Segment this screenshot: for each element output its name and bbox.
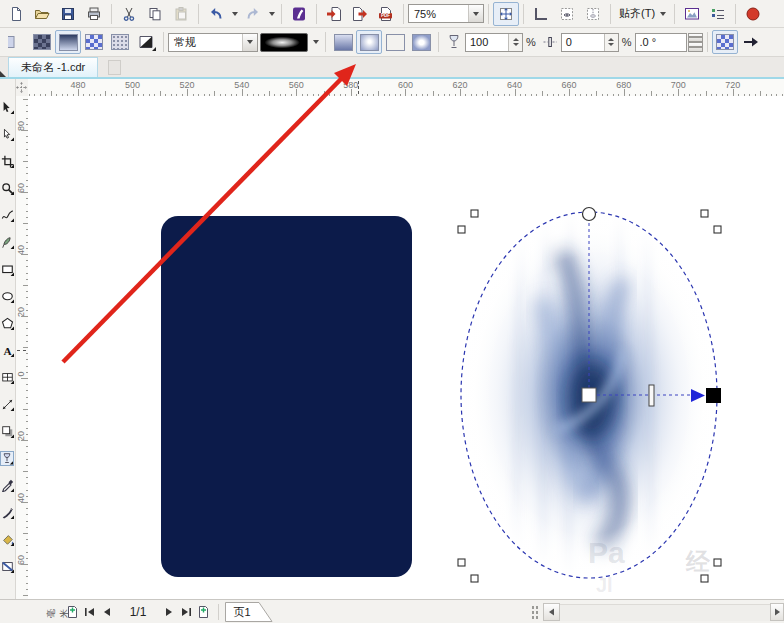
no-transparency-button[interactable] — [133, 30, 159, 54]
last-page-button[interactable] — [178, 603, 195, 621]
toolbar-separator — [523, 4, 524, 24]
radial-fountain-button[interactable] — [356, 30, 382, 54]
copy-transparency-button[interactable] — [738, 30, 764, 54]
new-tab-ghost-icon[interactable] — [108, 60, 121, 75]
fill-tool-icon — [1, 533, 14, 546]
zoom-fit-button[interactable] — [493, 2, 519, 26]
toolbar-separator — [111, 4, 112, 24]
copy-button[interactable] — [142, 2, 168, 26]
fountain-transparency-button[interactable] — [55, 30, 81, 54]
open-button[interactable] — [29, 2, 55, 26]
spinner-buttons[interactable] — [508, 34, 522, 51]
conical-fountain-button[interactable] — [382, 30, 408, 54]
square-fountain-button[interactable] — [408, 30, 434, 54]
vertical-ruler[interactable]: 806040200204060 — [15, 96, 29, 600]
chevron-down-icon[interactable] — [310, 31, 321, 53]
scroll-right-button[interactable] — [770, 603, 784, 621]
resize-grip[interactable] — [531, 605, 540, 619]
transparency-type-combo[interactable]: 常规 — [168, 33, 258, 52]
application-launcher-button[interactable] — [286, 2, 312, 26]
page-tab[interactable]: 页1 — [225, 602, 273, 622]
starting-transparency-field[interactable]: 100 — [465, 33, 523, 52]
drop-shadow-tool[interactable] — [0, 424, 14, 439]
transparency-midpoint-field[interactable]: 0 — [561, 33, 619, 52]
transparency-preview-dropdown[interactable] — [258, 30, 310, 54]
pattern-transparency-button[interactable] — [81, 30, 107, 54]
chevron-down-icon[interactable] — [468, 5, 483, 22]
table-tool[interactable] — [0, 370, 14, 385]
snap-to-dropdown[interactable]: 贴齐(T) — [615, 4, 670, 24]
chevron-down-icon[interactable] — [229, 3, 240, 25]
zoom-tool[interactable] — [0, 181, 14, 196]
scroll-left-button[interactable] — [543, 603, 560, 621]
freeze-transparency-icon — [716, 34, 734, 50]
options-icon — [710, 6, 726, 22]
freeze-transparency-button[interactable] — [712, 30, 738, 54]
starting-transparency-icon[interactable] — [443, 30, 465, 54]
ruler-tick — [405, 89, 406, 96]
page-tab-label: 页1 — [233, 606, 250, 618]
clipped-right-button[interactable] — [740, 2, 766, 26]
show-guides-button[interactable] — [580, 2, 606, 26]
interactive-fill-tool[interactable] — [0, 559, 14, 574]
import-button[interactable] — [321, 2, 347, 26]
eyedropper-tool[interactable] — [0, 478, 14, 493]
pick-tool-icon — [1, 101, 14, 114]
redo-button[interactable] — [240, 2, 266, 26]
ruler-origin-icon — [16, 82, 27, 93]
fountain-angle-field[interactable]: .0 ° — [635, 33, 687, 52]
uniform-transparency-button[interactable] — [29, 30, 55, 54]
outline-pen-tool[interactable] — [0, 505, 14, 520]
cut-button[interactable] — [116, 2, 142, 26]
ruler-tick — [21, 254, 28, 255]
redo-icon — [245, 6, 261, 22]
show-grid-button[interactable] — [554, 2, 580, 26]
transparency-tool[interactable] — [0, 451, 14, 466]
dimension-tool[interactable] — [0, 397, 14, 412]
drawing-canvas[interactable] — [28, 96, 784, 600]
show-rulers-button[interactable] — [528, 2, 554, 26]
vruler-label: 60 — [16, 178, 26, 198]
chevron-down-icon[interactable] — [242, 34, 257, 51]
transparency-midpoint-icon[interactable] — [539, 30, 561, 54]
undo-button[interactable] — [203, 2, 229, 26]
clipped-left-button[interactable] — [3, 30, 29, 54]
freehand-tool-icon — [1, 209, 14, 222]
welcome-screen-button[interactable] — [679, 2, 705, 26]
freehand-tool[interactable] — [0, 208, 14, 223]
options-button[interactable] — [705, 2, 731, 26]
polygon-tool[interactable] — [0, 316, 14, 331]
rectangle-tool[interactable] — [0, 262, 14, 277]
smart-fill-tool[interactable] — [0, 235, 14, 250]
horizontal-ruler[interactable]: 480500520540560580600620640660680700720 — [28, 79, 784, 97]
shape-tool[interactable] — [0, 127, 14, 142]
add-page-button-2[interactable] — [195, 603, 212, 621]
document-tab[interactable]: 未命名 -1.cdr — [8, 57, 98, 77]
save-button[interactable] — [55, 2, 81, 26]
ellipse-tool[interactable] — [0, 289, 14, 304]
text-tool[interactable]: A — [0, 343, 14, 358]
new-document-icon — [8, 6, 24, 22]
chevron-down-icon[interactable] — [266, 3, 277, 25]
paste-button[interactable] — [168, 2, 194, 26]
zoom-level-combo[interactable]: 75% — [408, 4, 484, 23]
scrollbar-track[interactable] — [560, 604, 770, 621]
next-page-button[interactable] — [161, 603, 178, 621]
horizontal-scrollbar[interactable] — [531, 602, 784, 622]
percent-label: % — [526, 36, 536, 48]
angle-spinner-buttons[interactable] — [688, 33, 703, 52]
print-button[interactable] — [81, 2, 107, 26]
ruler-tick — [21, 192, 28, 193]
spinner-buttons[interactable] — [604, 34, 618, 51]
previous-page-button[interactable] — [98, 603, 115, 621]
linear-fountain-button[interactable] — [330, 30, 356, 54]
publish-to-pdf-button[interactable]: PDF — [373, 2, 399, 26]
new-document-button[interactable] — [3, 2, 29, 26]
first-page-button[interactable] — [81, 603, 98, 621]
texture-transparency-button[interactable] — [107, 30, 133, 54]
export-button[interactable] — [347, 2, 373, 26]
crop-tool[interactable] — [0, 154, 14, 169]
fill-tool[interactable] — [0, 532, 14, 547]
ruler-origin-button[interactable] — [15, 79, 29, 97]
pick-tool[interactable] — [0, 100, 14, 115]
